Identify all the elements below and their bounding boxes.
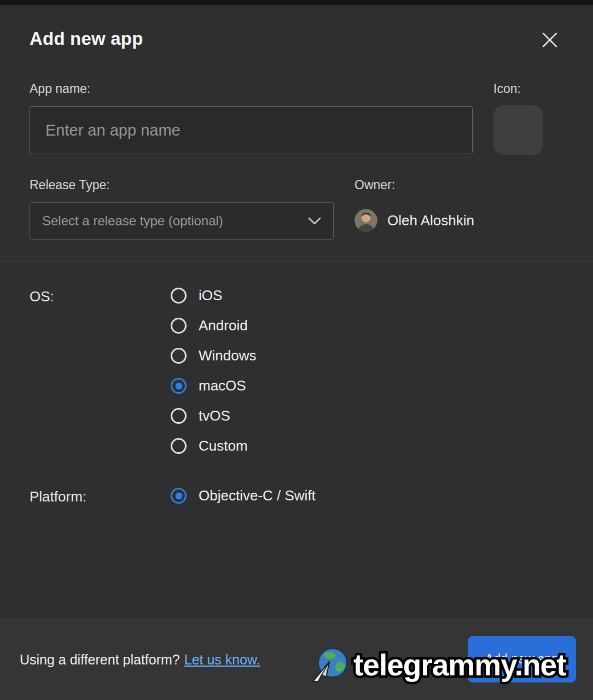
add-new-app-button[interactable]: Add new app xyxy=(468,636,576,682)
close-icon xyxy=(540,31,559,49)
radio-icon[interactable] xyxy=(171,438,187,454)
dialog-title: Add new app xyxy=(30,28,143,49)
section-divider xyxy=(0,261,593,261)
radio-icon[interactable] xyxy=(171,318,187,334)
os-option-label: Custom xyxy=(199,438,248,454)
release-type-value: Select a release type (optional) xyxy=(42,213,223,229)
release-type-select[interactable]: Select a release type (optional) xyxy=(30,202,334,240)
platform-option-label: Objective-C / Swift xyxy=(199,487,316,504)
os-section-label: OS: xyxy=(30,288,54,305)
radio-icon[interactable] xyxy=(171,348,187,364)
owner-name: Oleh Aloshkin xyxy=(387,212,474,229)
app-name-label: App name: xyxy=(30,81,90,96)
radio-icon[interactable] xyxy=(171,408,187,424)
release-type-label: Release Type: xyxy=(30,178,110,192)
os-radio-group: iOS Android Windows macOS tvOS Custom xyxy=(171,288,256,454)
different-platform-text: Using a different platform?Let us know. xyxy=(20,652,260,668)
owner-avatar xyxy=(354,209,377,232)
owner-row: Oleh Aloshkin xyxy=(354,209,474,232)
os-option-macos[interactable]: macOS xyxy=(171,378,256,394)
add-new-app-dialog: Add new app App name: Icon: Release Type… xyxy=(0,0,593,700)
app-icon-placeholder[interactable] xyxy=(493,105,543,155)
os-option-custom[interactable]: Custom xyxy=(171,438,256,454)
os-option-label: tvOS xyxy=(199,407,230,424)
platform-section-label: Platform: xyxy=(30,488,86,505)
owner-label: Owner: xyxy=(354,178,395,192)
chevron-down-icon xyxy=(308,217,321,225)
radio-icon[interactable] xyxy=(171,378,187,394)
platform-radio-group: Objective-C / Swift xyxy=(171,488,316,504)
close-button[interactable] xyxy=(537,27,562,52)
radio-icon[interactable] xyxy=(171,288,187,304)
os-option-ios[interactable]: iOS xyxy=(171,288,256,304)
os-option-label: iOS xyxy=(199,287,222,304)
dialog-footer: Using a different platform?Let us know. … xyxy=(0,620,593,700)
os-option-android[interactable]: Android xyxy=(171,318,256,334)
platform-option-objc-swift[interactable]: Objective-C / Swift xyxy=(171,488,316,504)
let-us-know-link[interactable]: Let us know. xyxy=(184,652,260,667)
icon-label: Icon: xyxy=(493,81,521,96)
app-name-input[interactable] xyxy=(30,106,473,154)
footer-prompt: Using a different platform? xyxy=(20,652,180,667)
os-option-tvos[interactable]: tvOS xyxy=(171,408,256,424)
os-option-label: Windows xyxy=(199,347,256,364)
os-option-label: macOS xyxy=(199,377,246,394)
os-option-windows[interactable]: Windows xyxy=(171,348,256,364)
radio-icon[interactable] xyxy=(171,488,187,504)
os-option-label: Android xyxy=(199,317,248,334)
